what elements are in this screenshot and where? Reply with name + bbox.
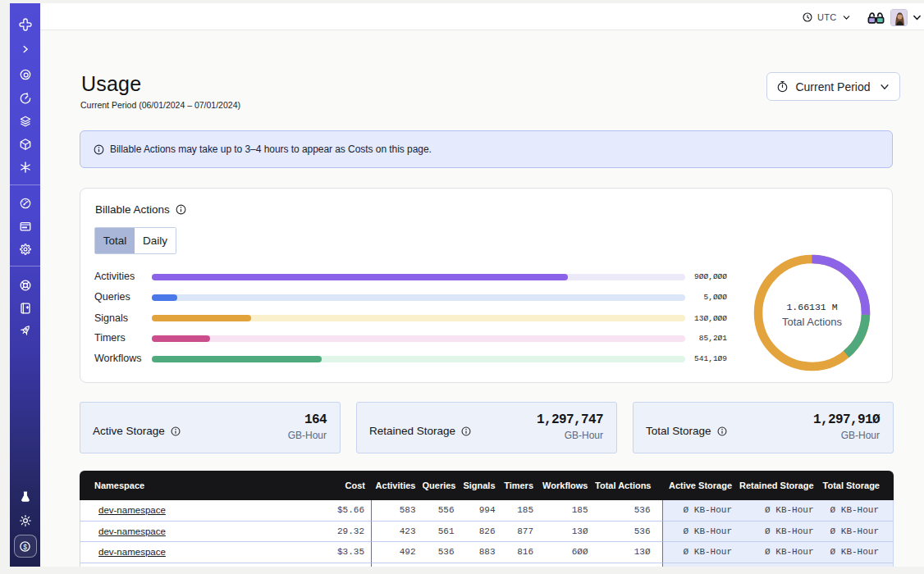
svg-text:$: $ xyxy=(23,542,27,550)
